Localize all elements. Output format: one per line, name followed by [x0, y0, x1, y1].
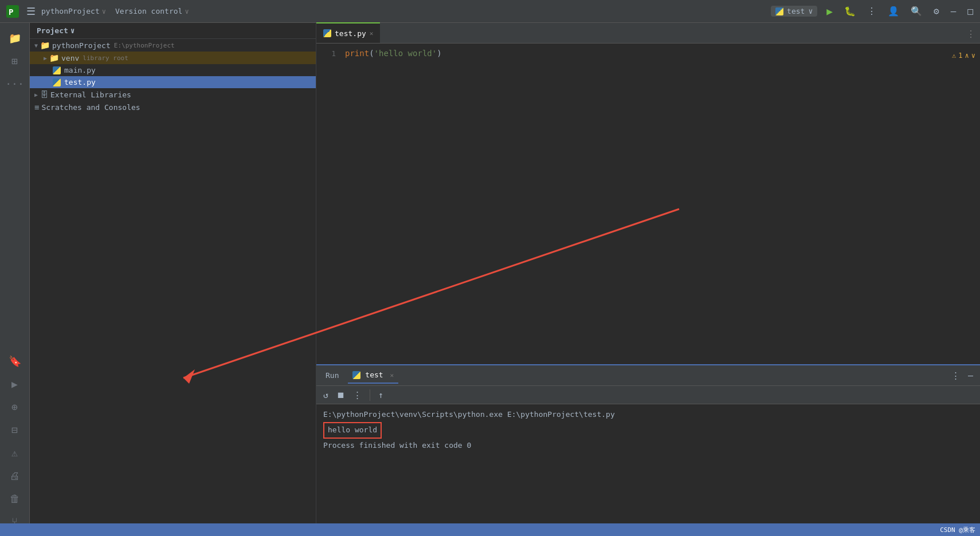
bottom-panel: Run test ✕ ⋮ — ↺ ⏹ ⋮ ↑ [316, 364, 980, 536]
toolbar-more-button[interactable]: ⋮ [351, 389, 364, 401]
tree-item-scratches[interactable]: ≡ Scratches and Consoles [30, 101, 316, 113]
bottom-panel-actions: ⋮ — [949, 369, 975, 382]
activity-bar-bottom: 🔖 ▶ ⊕ ⊟ ⚠ 🖨 🗑 ⑂ [5, 350, 25, 531]
run-config-selector[interactable]: test ∨ [771, 6, 817, 17]
tree-label-mainpy: main.py [64, 66, 96, 74]
line-number-1: 1 [316, 49, 345, 58]
tab-label-testpy: test.py [335, 29, 366, 38]
activity-layers-icon[interactable]: ⊕ [5, 396, 25, 417]
run-tab-label: Run [326, 371, 339, 380]
search-button[interactable]: 🔍 [908, 5, 924, 18]
python-icon-test [53, 78, 61, 86]
tree-label-extlib: External Libraries [50, 90, 131, 99]
run-config-icon [775, 7, 783, 15]
settings-button[interactable]: ⚙ [931, 5, 942, 18]
minimize-button[interactable]: — [948, 5, 959, 18]
scratch-icon: ≡ [34, 103, 39, 112]
menu-button[interactable]: ☰ [26, 5, 36, 17]
sidebar-header: Project ∨ [30, 23, 316, 39]
scroll-up-button[interactable]: ↑ [376, 389, 386, 401]
console-hello-world: hello world [323, 421, 973, 440]
keyword-print: print [345, 49, 369, 58]
profile-button[interactable]: 👤 [885, 5, 901, 18]
panel-more-button[interactable]: ⋮ [949, 369, 962, 382]
run-config-chevron: ∨ [808, 7, 813, 15]
maximize-button[interactable]: □ [965, 5, 975, 18]
expand-arrow-extlib: ▶ [34, 92, 38, 98]
warning-count: 1 [958, 52, 962, 60]
vcs-label[interactable]: Version control [115, 7, 182, 15]
warning-chevron-up[interactable]: ∧ [965, 52, 969, 60]
tab-close-testpy[interactable]: ✕ [370, 30, 374, 37]
project-chevron: ∨ [102, 7, 106, 15]
tree-label-venv: venv [61, 54, 79, 62]
tree-item-venv[interactable]: ▶ 📁 venv library root [30, 52, 316, 64]
test-tab-close[interactable]: ✕ [390, 372, 394, 379]
rerun-button[interactable]: ↺ [321, 389, 331, 401]
console-output: E:\pythonProject\venv\Scripts\python.exe… [316, 404, 980, 536]
warning-icon: ⚠ [952, 52, 956, 60]
content-area: test.py ✕ ⋮ ⚠ 1 ∧ ∨ 1 print('hello world… [316, 23, 980, 536]
hello-world-output: hello world [323, 422, 382, 439]
more-button[interactable]: ⋮ [865, 5, 879, 18]
tree-item-pythonproject[interactable]: ▼ 📁 pythonProject E:\pythonProject [30, 39, 316, 52]
panel-minimize-button[interactable]: — [966, 369, 975, 382]
debug-button[interactable]: 🐛 [842, 5, 858, 18]
test-tab-icon [352, 371, 360, 379]
editor-area[interactable]: 1 print('hello world') [316, 44, 980, 364]
activity-delete-icon[interactable]: 🗑 [5, 488, 25, 509]
status-attribution: CSDN @乘客 [940, 526, 975, 534]
title-bar-right: test ∨ ▶ 🐛 ⋮ 👤 🔍 ⚙ — □ [771, 4, 975, 18]
run-config-name: test [787, 7, 805, 15]
activity-run-icon[interactable]: ▶ [5, 373, 25, 394]
warning-chevron-down[interactable]: ∨ [971, 52, 975, 60]
svg-text:P: P [9, 7, 13, 17]
project-name[interactable]: pythonProject [41, 7, 100, 15]
tree-label-pythonproject: pythonProject [52, 41, 111, 50]
editor-section: test.py ✕ ⋮ ⚠ 1 ∧ ∨ 1 print('hello world… [316, 23, 980, 364]
tree-item-testpy[interactable]: test.py [30, 76, 316, 88]
activity-warning-icon[interactable]: ⚠ [5, 442, 25, 463]
toolbar-divider [370, 389, 370, 401]
line-code-1: print('hello world') [345, 49, 442, 58]
test-tab-label: test [365, 371, 383, 379]
app-logo: P [5, 3, 21, 19]
sidebar-title: Project [37, 26, 68, 35]
stop-button[interactable]: ⏹ [334, 389, 347, 401]
sidebar: Project ∨ ▼ 📁 pythonProject E:\pythonPro… [30, 23, 316, 536]
run-button[interactable]: ▶ [824, 4, 835, 18]
title-bar: P ☰ pythonProject ∨ Version control ∨ te… [0, 0, 980, 23]
status-bar: CSDN @乘客 [0, 523, 980, 536]
sidebar-chevron: ∨ [70, 26, 75, 35]
activity-more-icon[interactable]: ··· [5, 73, 25, 94]
activity-project-icon[interactable]: 📁 [5, 27, 25, 48]
bottom-tab-run[interactable]: Run [321, 368, 343, 383]
library-icon: 🗄 [40, 90, 48, 99]
tab-python-icon [323, 29, 331, 37]
bottom-tab-test[interactable]: test ✕ [348, 367, 398, 384]
activity-bookmark-icon[interactable]: 🔖 [5, 350, 25, 371]
folder-icon: 📁 [40, 41, 50, 50]
activity-print-icon[interactable]: 🖨 [5, 465, 25, 486]
paren-open: ( [369, 49, 374, 58]
tree-label-scratches: Scratches and Consoles [41, 103, 140, 112]
tree-item-mainpy[interactable]: main.py [30, 64, 316, 76]
string-value: 'hello world' [374, 49, 437, 58]
tree-sublabel-pythonproject: E:\pythonProject [114, 42, 175, 49]
python-icon-main [53, 66, 61, 74]
console-exit-message: Process finished with exit code 0 [323, 440, 973, 452]
activity-bar: 📁 ⊞ ··· 🔖 ▶ ⊕ ⊟ ⚠ 🖨 🗑 ⑂ [0, 23, 30, 536]
tab-more-button[interactable]: ⋮ [962, 25, 980, 43]
tree-item-external-libraries[interactable]: ▶ 🗄 External Libraries [30, 88, 316, 101]
activity-terminal-icon[interactable]: ⊟ [5, 419, 25, 440]
activity-structure-icon[interactable]: ⊞ [5, 50, 25, 71]
tree-sublabel-venv: library root [83, 54, 128, 62]
editor-tabs: test.py ✕ ⋮ [316, 23, 980, 44]
paren-close: ) [437, 49, 441, 58]
tab-testpy[interactable]: test.py ✕ [316, 22, 380, 43]
status-right: CSDN @乘客 [940, 526, 975, 534]
main-layout: 📁 ⊞ ··· 🔖 ▶ ⊕ ⊟ ⚠ 🖨 🗑 ⑂ Project ∨ ▼ 📁 py… [0, 23, 980, 536]
run-toolbar: ↺ ⏹ ⋮ ↑ [316, 386, 980, 404]
bottom-panel-tabs: Run test ✕ ⋮ — [316, 365, 980, 386]
console-command-line: E:\pythonProject\venv\Scripts\python.exe… [323, 409, 973, 421]
